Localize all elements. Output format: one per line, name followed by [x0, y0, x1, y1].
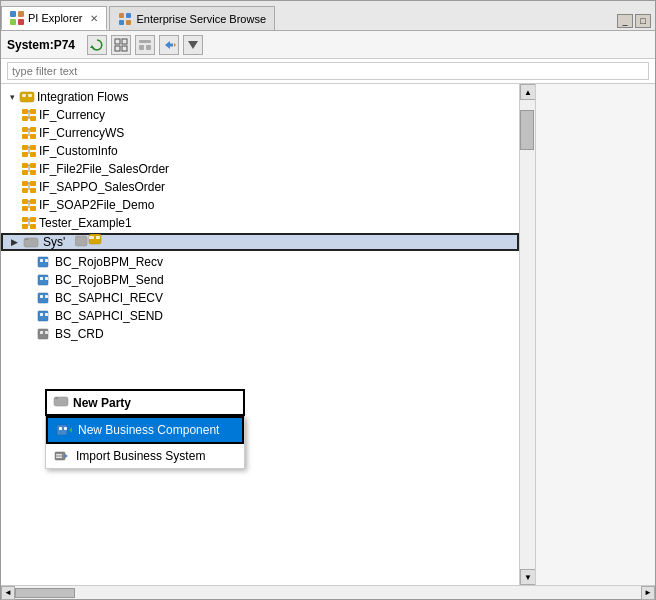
svg-rect-24: [22, 116, 28, 121]
tree-item-if-soap2file[interactable]: IF_SOAP2File_Demo: [1, 196, 519, 214]
import-icon: [54, 448, 70, 464]
tree-item-bc-saphci-recv[interactable]: BC_SAPHCI_RECV: [1, 289, 519, 307]
svg-rect-9: [115, 39, 120, 44]
tab-enterprise-service[interactable]: Enterprise Service Browse: [109, 6, 275, 30]
expander-integration-flows[interactable]: ▾: [5, 90, 19, 104]
refresh-button[interactable]: [87, 35, 107, 55]
svg-rect-3: [18, 19, 24, 25]
minimize-button[interactable]: _: [617, 14, 633, 28]
window-controls: _ □: [617, 14, 655, 30]
menu-item-import-business-system[interactable]: Import Business System: [46, 444, 244, 468]
tree-item-if-currency[interactable]: IF_Currency: [1, 106, 519, 124]
scroll-right-button[interactable]: ►: [641, 586, 655, 600]
bottom-scroll-thumb[interactable]: [15, 588, 75, 598]
tree-item-bc-saphci-send[interactable]: BC_SAPHCI_SEND: [1, 307, 519, 325]
bs-crd-label: BS_CRD: [55, 327, 104, 341]
svg-rect-41: [22, 163, 28, 168]
vertical-scrollbar[interactable]: ▲ ▼: [519, 84, 535, 585]
svg-rect-38: [30, 152, 36, 157]
tab-pi-explorer-label: PI Explorer: [28, 12, 82, 24]
svg-rect-82: [40, 259, 43, 262]
svg-rect-43: [22, 170, 28, 175]
navigate-back-icon: [162, 38, 176, 52]
if-sappo-icon: [21, 179, 37, 195]
horizontal-scrollbar[interactable]: ◄ ►: [1, 585, 655, 599]
dropdown-button[interactable]: [183, 35, 203, 55]
tree-item-if-file2file[interactable]: IF_File2File_SalesOrder: [1, 160, 519, 178]
tree-item-bc-rojobpm-send[interactable]: BC_RojoBPM_Send: [1, 271, 519, 289]
svg-rect-56: [30, 206, 36, 211]
refresh-icon: [90, 38, 104, 52]
svg-rect-18: [20, 92, 34, 102]
scroll-down-button[interactable]: ▼: [520, 569, 536, 585]
expander-sys-partial[interactable]: ▶: [7, 235, 21, 249]
svg-rect-94: [40, 331, 43, 334]
svg-rect-85: [40, 277, 43, 280]
svg-rect-13: [139, 40, 151, 43]
context-menu-title: New Party: [73, 396, 131, 410]
svg-rect-77: [55, 452, 65, 460]
svg-rect-19: [22, 94, 26, 97]
tree-item-if-tester[interactable]: Tester_Example1: [1, 214, 519, 232]
maximize-button[interactable]: □: [635, 14, 651, 28]
integration-flows-label: Integration Flows: [37, 90, 128, 104]
view-button[interactable]: [111, 35, 131, 55]
svg-rect-44: [30, 170, 36, 175]
if-currency-label: IF_Currency: [39, 108, 105, 122]
svg-rect-61: [22, 224, 28, 229]
svg-marker-17: [188, 41, 198, 49]
bc-rojobpm-recv-icon: [37, 254, 53, 270]
context-menu-overlay: New Party New Business Com: [45, 389, 245, 469]
svg-rect-25: [30, 116, 36, 121]
svg-rect-37: [22, 152, 28, 157]
svg-rect-59: [22, 217, 28, 222]
svg-rect-89: [45, 295, 48, 298]
tree-item-integration-flows[interactable]: ▾ Integration Flows: [1, 88, 519, 106]
scroll-up-button[interactable]: ▲: [520, 84, 536, 100]
import-bs-label: Import Business System: [76, 449, 205, 463]
if-currencyws-icon: [21, 125, 37, 141]
tree-item-bs-crd[interactable]: BS_CRD: [1, 325, 519, 343]
scroll-left-button[interactable]: ◄: [1, 586, 15, 600]
sys-partial-label: Sys': [43, 235, 65, 249]
layout-button[interactable]: [135, 35, 155, 55]
tree-item-if-currencyws[interactable]: IF_CurrencyWS: [1, 124, 519, 142]
svg-rect-5: [126, 13, 131, 18]
right-panel: [535, 84, 655, 585]
bc-saphci-send-label: BC_SAPHCI_SEND: [55, 309, 163, 323]
navigate-back-button[interactable]: [159, 35, 179, 55]
svg-rect-42: [30, 163, 36, 168]
tab-enterprise-label: Enterprise Service Browse: [136, 13, 266, 25]
bc-rojobpm-send-icon: [37, 272, 53, 288]
tab-pi-explorer-close[interactable]: ✕: [90, 13, 98, 24]
svg-rect-32: [30, 134, 36, 139]
tree-item-if-sappo[interactable]: IF_SAPPO_SalesOrder: [1, 178, 519, 196]
if-currency-icon: [21, 107, 37, 123]
svg-rect-88: [40, 295, 43, 298]
bc-rojobpm-recv-label: BC_RojoBPM_Recv: [55, 255, 163, 269]
main-area: ▾ Integration Flows: [1, 84, 655, 585]
tree-item-if-custominfo[interactable]: IF_CustomInfo: [1, 142, 519, 160]
integration-flows-icon: [19, 89, 35, 105]
svg-marker-78: [65, 454, 68, 458]
scroll-thumb[interactable]: [520, 110, 534, 150]
svg-rect-79: [56, 454, 62, 456]
svg-rect-10: [122, 39, 127, 44]
svg-rect-29: [22, 127, 28, 132]
system-label: System:P74: [7, 38, 75, 52]
context-menu: New Business Component Import Business S…: [45, 416, 245, 469]
sys-icons: [75, 234, 105, 251]
tab-pi-explorer[interactable]: PI Explorer ✕: [1, 6, 107, 30]
svg-rect-30: [30, 127, 36, 132]
menu-item-new-business-component[interactable]: New Business Component: [46, 416, 244, 444]
scroll-track[interactable]: [520, 100, 535, 569]
svg-rect-70: [96, 236, 100, 239]
svg-rect-15: [146, 45, 151, 50]
filter-input[interactable]: [7, 62, 649, 80]
toolbar: System:P74: [1, 31, 655, 59]
filter-bar: [1, 59, 655, 84]
bottom-scroll-track[interactable]: [15, 588, 641, 598]
sys-partial-row[interactable]: ▶ Sys': [1, 233, 519, 251]
tree-item-bc-rojobpm-recv[interactable]: BC_RojoBPM_Recv: [1, 253, 519, 271]
tree-panel: ▾ Integration Flows: [1, 84, 519, 585]
